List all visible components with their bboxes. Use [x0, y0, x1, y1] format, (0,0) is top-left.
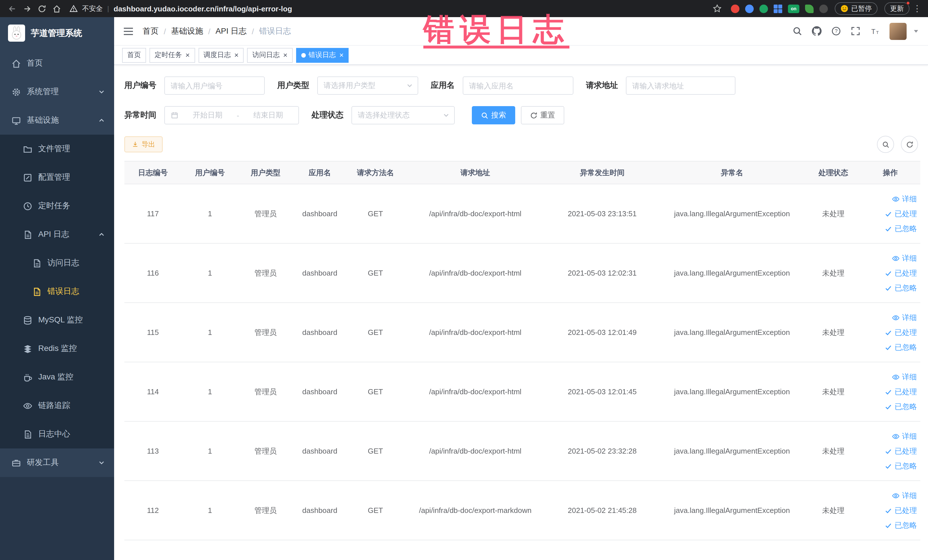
sidebar-item-system[interactable]: 系统管理: [0, 78, 114, 106]
breadcrumb-item[interactable]: 基础设施: [171, 26, 203, 36]
processed-link[interactable]: 已处理: [860, 266, 917, 281]
cell-method: GET: [347, 481, 404, 540]
extension-icon-3[interactable]: [759, 4, 768, 13]
refresh-button[interactable]: [901, 136, 918, 153]
check-icon: [884, 403, 892, 410]
sidebar-item-label: 基础设施: [27, 115, 59, 125]
check-icon: [884, 521, 892, 529]
detail-link[interactable]: 详细: [860, 369, 917, 384]
app-name-input[interactable]: [463, 76, 573, 95]
sidebar-item-error-log[interactable]: 错误日志: [0, 277, 114, 306]
reset-button[interactable]: 重置: [521, 106, 564, 124]
github-icon[interactable]: [812, 26, 821, 36]
check-icon: [884, 507, 892, 514]
process-status-select[interactable]: 请选择处理状态: [351, 106, 455, 124]
sidebar-item-java[interactable]: Java 监控: [0, 363, 114, 391]
check-icon: [884, 462, 892, 470]
detail-link[interactable]: 详细: [860, 488, 917, 503]
date-separator: -: [237, 111, 240, 119]
sidebar-item-job[interactable]: 定时任务: [0, 192, 114, 220]
processed-link[interactable]: 已处理: [860, 503, 917, 518]
toggle-search-button[interactable]: [877, 136, 894, 153]
sidebar-item-infra[interactable]: 基础设施: [0, 106, 114, 135]
detail-link[interactable]: 详细: [860, 310, 917, 325]
detail-link[interactable]: 详细: [860, 429, 917, 444]
sidebar-item-mysql[interactable]: MySQL 监控: [0, 306, 114, 334]
logo[interactable]: 芋道管理系统: [0, 17, 114, 49]
sidebar-item-log-center[interactable]: 日志中心: [0, 420, 114, 449]
tab-home[interactable]: 首页: [122, 48, 146, 63]
request-url-input[interactable]: [626, 76, 736, 95]
ignored-link[interactable]: 已忽略: [860, 399, 917, 414]
ignored-link[interactable]: 已忽略: [860, 281, 917, 295]
ignored-link[interactable]: 已忽略: [860, 340, 917, 355]
back-icon[interactable]: [6, 2, 18, 15]
search-button[interactable]: 搜索: [472, 106, 515, 124]
extension-icon-on[interactable]: on: [788, 4, 799, 13]
caret-down-icon[interactable]: [913, 28, 919, 34]
font-size-icon[interactable]: TT: [870, 26, 880, 36]
sidebar-item-api-log[interactable]: API 日志: [0, 220, 114, 249]
sidebar-item-dev-tools[interactable]: 研发工具: [0, 449, 114, 477]
collapse-menu-icon[interactable]: [123, 27, 133, 35]
reload-icon[interactable]: [35, 2, 48, 15]
user-type-select[interactable]: 请选择用户类型: [317, 76, 418, 95]
tab-error-log[interactable]: 错误日志×: [296, 48, 349, 63]
breadcrumb-item[interactable]: API 日志: [216, 26, 247, 36]
sidebar-item-trace[interactable]: 链路追踪: [0, 391, 114, 420]
warning-icon: [70, 5, 78, 12]
close-icon[interactable]: ×: [339, 51, 344, 59]
search-icon: [481, 111, 488, 119]
processed-link[interactable]: 已处理: [860, 384, 917, 399]
extension-icon-1[interactable]: [731, 4, 739, 13]
extension-icon-4[interactable]: [774, 4, 782, 13]
forward-icon[interactable]: [21, 2, 33, 15]
user-id-input[interactable]: [164, 76, 265, 95]
cell-user_id: 1: [182, 362, 238, 421]
ignored-link[interactable]: 已忽略: [860, 458, 917, 473]
ignored-link[interactable]: 已忽略: [860, 518, 917, 533]
tab-job-log[interactable]: 调度日志×: [198, 48, 244, 63]
kebab-menu-icon[interactable]: ⋮: [912, 3, 923, 14]
processed-link[interactable]: 已处理: [860, 206, 917, 221]
browser-home-icon[interactable]: [50, 2, 63, 15]
extension-icon-6[interactable]: [805, 4, 814, 13]
paused-button[interactable]: 已暂停: [835, 2, 878, 15]
update-button[interactable]: 更新: [884, 2, 910, 15]
cell-method: GET: [347, 303, 404, 362]
check-icon: [884, 343, 892, 351]
close-icon[interactable]: ×: [234, 51, 238, 59]
close-icon[interactable]: ×: [185, 51, 190, 59]
fullscreen-icon[interactable]: [851, 26, 860, 36]
bookmark-star-icon[interactable]: [713, 4, 722, 13]
search-icon[interactable]: [792, 26, 802, 36]
tab-job[interactable]: 定时任务×: [150, 48, 195, 63]
sidebar-item-redis[interactable]: Redis 监控: [0, 334, 114, 363]
detail-link[interactable]: 详细: [860, 191, 917, 206]
sidebar-item-home[interactable]: 首页: [0, 49, 114, 78]
help-icon[interactable]: ?: [831, 26, 841, 36]
filter-process-status: 处理状态 请选择处理状态: [311, 106, 455, 124]
table-row: 1171管理员dashboardGET/api/infra/db-doc/exp…: [124, 184, 920, 243]
redis-icon: [23, 344, 32, 354]
sidebar-item-file[interactable]: 文件管理: [0, 135, 114, 163]
address-bar[interactable]: 不安全 | dashboard.yudao.iocoder.cn/infra/l…: [70, 4, 704, 14]
column-header: 日志编号: [124, 161, 182, 184]
close-icon[interactable]: ×: [283, 51, 287, 59]
column-header: 请求方法名: [347, 161, 404, 184]
clock-icon: [23, 201, 32, 211]
sidebar-item-access-log[interactable]: 访问日志: [0, 249, 114, 277]
detail-link[interactable]: 详细: [860, 251, 917, 266]
date-range-picker[interactable]: 开始日期 - 结束日期: [164, 106, 299, 124]
export-button[interactable]: 导出: [124, 136, 163, 153]
breadcrumb-item[interactable]: 首页: [143, 26, 159, 36]
tab-access-log[interactable]: 访问日志×: [247, 48, 292, 63]
processed-link[interactable]: 已处理: [860, 325, 917, 340]
ignored-link[interactable]: 已忽略: [860, 221, 917, 236]
extension-icon-2[interactable]: [745, 4, 754, 13]
processed-link[interactable]: 已处理: [860, 444, 917, 458]
extension-icon-7[interactable]: [819, 4, 828, 13]
filter-app-name: 应用名: [431, 76, 573, 95]
sidebar-item-config[interactable]: 配置管理: [0, 163, 114, 192]
user-avatar[interactable]: [890, 23, 907, 40]
